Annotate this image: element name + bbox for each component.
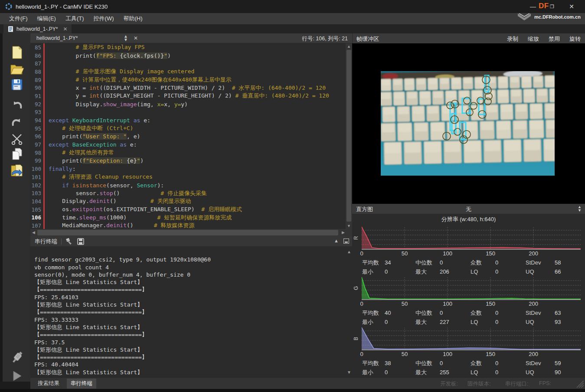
copy-button[interactable] (10, 147, 24, 161)
editor-vertical-scrollbar[interactable]: ▲ ▼ (346, 43, 352, 229)
channel-label: B (353, 334, 359, 340)
change-indicator (43, 108, 45, 117)
histogram-stats-row: 最小0最大206LQ0UQ66 (362, 267, 581, 276)
expand-panel-icon[interactable] (343, 238, 349, 244)
stat-label: 平均数 (362, 309, 385, 317)
terminal-line: FPS: 40.40404 (34, 361, 352, 368)
bottom-tab-0[interactable]: 搜索结果 (34, 379, 63, 389)
cut-button[interactable] (10, 132, 24, 146)
terminal-scroll-up-icon[interactable]: ▲ (347, 249, 351, 254)
code-text: MediaManager.deinit() # 释放媒体资源 (45, 222, 194, 229)
document-selector[interactable]: helloworld_1-.PY* (36, 35, 78, 41)
terminal-line: FPS: 37.5 (34, 339, 352, 346)
toolbar-sidebar (0, 33, 30, 389)
stat-label: 平均数 (362, 359, 385, 367)
scroll-left-icon[interactable]: ◀ (30, 229, 37, 236)
connect-board-button[interactable] (10, 351, 24, 365)
zoom-button[interactable]: 缩放 (528, 35, 539, 43)
status-label: 开发板: (440, 380, 458, 388)
collapse-terminal-icon[interactable]: ▲ (334, 238, 339, 243)
save-terminal-log-button[interactable] (77, 238, 85, 245)
record-button[interactable]: 录制 (507, 35, 518, 43)
redo-button[interactable] (10, 116, 24, 130)
code-text: Display.show_image(img, x=x, y=y) (45, 101, 188, 108)
document-close-icon[interactable]: ✕ (134, 35, 138, 41)
run-play-icon (11, 370, 23, 382)
run-script-button[interactable] (10, 369, 24, 383)
scrollbar-thumb[interactable] (346, 50, 351, 222)
paste-button[interactable] (10, 163, 24, 177)
serial-terminal-output[interactable]: find sensor gc2093_csi2, type 9, output … (30, 247, 352, 377)
editor-horizontal-scrollbar[interactable]: ◀ ▶ (30, 229, 352, 236)
save-file-button[interactable] (10, 78, 24, 91)
disable-button[interactable]: 禁用 (549, 35, 560, 43)
axis-tick-label: 100 (443, 351, 452, 357)
stat-value: 0 (495, 369, 526, 376)
stat-label: UQ (526, 369, 555, 376)
stat-label: 中位数 (415, 359, 440, 367)
scissors-icon (11, 134, 23, 145)
menu-item[interactable]: 帮助(H) (119, 13, 147, 24)
document-selector-arrows-icon[interactable]: ▲▼ (124, 35, 128, 42)
histogram-mode-select[interactable]: 无 (352, 206, 585, 213)
scrollbar-thumb[interactable] (37, 230, 338, 235)
line-number: 87 (30, 60, 43, 67)
right-panel: 帧缓冲区 录制缩放禁用旋转 直方图 无 ▲▼ 分辨率 (w:480, h:640… (352, 33, 585, 377)
stat-value: 0 (385, 369, 415, 376)
scroll-down-icon[interactable]: ▼ (346, 223, 352, 229)
code-text: x = int((DISPLAY_WIDTH - PICTURE_WIDTH) … (45, 84, 326, 92)
histogram-chart (362, 276, 581, 301)
histogram-channel-g: G050100150200平均数40中位数0众数0StDev63最小0最大227… (352, 275, 585, 326)
axis-tick-label: 50 (402, 351, 408, 357)
serial-terminal-header: 串行终端 ▲ (30, 236, 352, 247)
redo-arrow-icon (10, 117, 23, 128)
menu-item[interactable]: 文件(F) (4, 13, 33, 24)
code-line: 96 print("User Stop: ", e) (30, 133, 346, 141)
line-number: 106 (30, 214, 43, 221)
dfrobot-branding: mc.DFRobot.com.cn (517, 10, 582, 23)
code-text: y = int((DISPLAY_HEIGHT - PICTURE_HEIGHT… (45, 92, 329, 100)
scroll-right-icon[interactable]: ▶ (340, 229, 346, 236)
stat-label: UQ (526, 268, 555, 275)
rotate-button[interactable]: 旋转 (569, 35, 581, 43)
stat-value: 0 (385, 319, 415, 325)
stat-value: 206 (440, 268, 471, 275)
stat-value: 227 (440, 319, 471, 325)
stat-label: 众数 (471, 309, 495, 317)
file-tab-close-icon[interactable]: ✕ (63, 26, 67, 32)
scroll-up-icon[interactable]: ▲ (346, 43, 352, 49)
histogram-mode-arrows-icon[interactable]: ▲▼ (578, 205, 582, 212)
menu-item[interactable]: 控件(W) (89, 13, 119, 24)
bottom-left-corner (0, 382, 30, 389)
code-line: 101 # 清理资源 Cleanup resources (30, 173, 346, 181)
stat-label: LQ (471, 369, 495, 376)
window-title: helloworld_1-.PY - CanMV IDE K230 (16, 3, 108, 10)
terminal-line: FPS: 25.64103 (34, 294, 352, 301)
terminal-scroll-down-icon[interactable]: ▼ (347, 370, 351, 375)
resize-grip[interactable] (574, 380, 584, 388)
menu-item[interactable]: 编辑(E) (33, 13, 61, 24)
new-file-icon (11, 46, 23, 59)
channel-label: R (353, 234, 359, 240)
clear-terminal-button[interactable] (65, 238, 73, 245)
editor-header: helloworld_1-.PY* ▲▼ ✕ 行号: 106, 列号: 21 (30, 33, 352, 43)
code-text: # 处理其他所有异常 (45, 149, 114, 157)
canmv-ide-window: helloworld_1-.PY - CanMV IDE K230 — DF ❐… (0, 0, 585, 392)
menu-item[interactable]: 工具(T) (61, 13, 89, 24)
stat-value: 59 (555, 360, 581, 366)
undo-button[interactable] (10, 98, 24, 112)
code-text: # 居中显示图像 Display image centered (45, 68, 194, 75)
file-tab[interactable]: helloworld_1-.PY* ✕ (3, 24, 72, 33)
code-text: Display.deinit() # 关闭显示驱动 (45, 197, 191, 205)
line-number: 100 (30, 166, 43, 172)
stat-label: 最大 (415, 369, 440, 376)
bottom-tab-1[interactable]: 串行终端 (67, 379, 96, 389)
code-editor[interactable]: 85 # 显示FPS Display FPS86 print(f"FPS: {c… (30, 43, 346, 229)
axis-tick-label: 100 (443, 250, 452, 257)
code-line: 107 MediaManager.deinit() # 释放媒体资源 (30, 222, 346, 229)
terminal-line: 【==============================】 (34, 353, 352, 361)
status-label: 串行端口: (505, 380, 528, 388)
new-file-button[interactable] (10, 46, 24, 59)
stat-value: 34 (385, 259, 415, 266)
open-file-button[interactable] (10, 62, 24, 76)
